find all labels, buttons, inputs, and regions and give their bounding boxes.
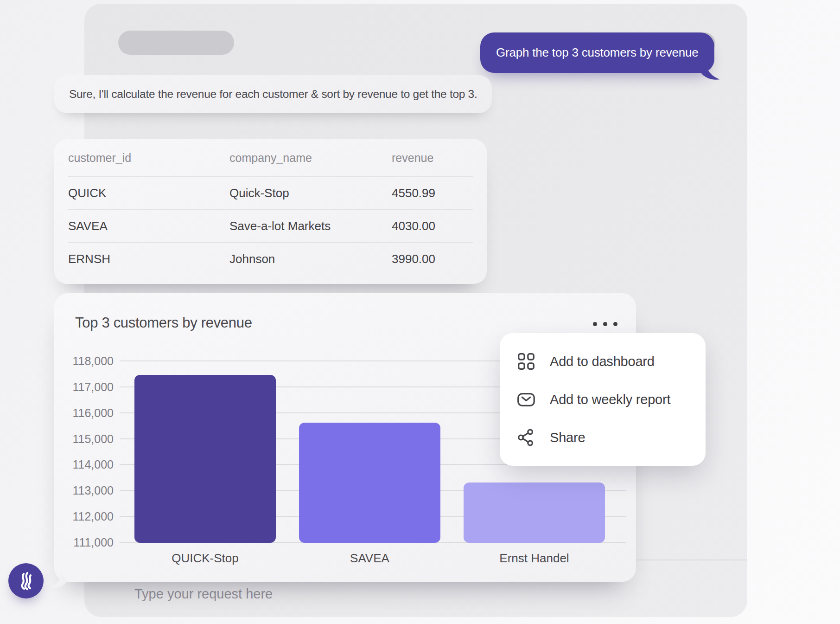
request-input[interactable]: [125, 577, 561, 611]
chart-bar-savea: [299, 423, 440, 543]
y-axis-tick-label: 117,000: [58, 380, 114, 393]
y-axis-tick-label: 112,000: [58, 510, 114, 523]
x-axis-tick-label: QUICK-Stop: [134, 551, 276, 566]
ellipsis-icon: [593, 322, 597, 326]
share-icon: [515, 427, 537, 448]
y-axis-tick-label: 113,000: [58, 484, 114, 497]
skeleton-placeholder: [118, 31, 234, 55]
menu-item-add-to-weekly-report[interactable]: Add to weekly report: [515, 382, 690, 417]
chart-context-menu: Add to dashboardAdd to weekly reportShar…: [500, 333, 706, 466]
menu-item-label: Share: [550, 430, 585, 445]
table-column-header: customer_id: [68, 151, 229, 165]
assistant-message-text: Sure, I'll calculate the revenue for eac…: [69, 88, 477, 101]
table-row: QUICKQuick-Stop4550.99: [68, 176, 473, 209]
table-row: ERNSHJohnson3990.00: [68, 242, 473, 275]
y-axis-tick-label: 118,000: [58, 354, 114, 368]
menu-item-add-to-dashboard[interactable]: Add to dashboard: [515, 344, 690, 379]
flame-icon: [15, 570, 37, 592]
y-axis-tick-label: 114,000: [58, 458, 114, 471]
table-cell: 3990.00: [392, 252, 473, 266]
x-axis-tick-label: Ernst Handel: [464, 551, 605, 566]
table-column-header: company_name: [229, 151, 392, 165]
app-logo: [8, 563, 44, 598]
table-row: SAVEASave-a-lot Markets4030.00: [68, 209, 473, 242]
menu-item-label: Add to dashboard: [550, 354, 655, 369]
chart-bar-ernst-handel: [464, 482, 605, 543]
result-table-card: customer_idcompany_namerevenue QUICKQuic…: [54, 139, 487, 284]
table-header-row: customer_idcompany_namerevenue: [68, 139, 473, 176]
table-cell: Johnson: [229, 252, 392, 266]
chart-title: Top 3 customers by revenue: [75, 315, 252, 331]
user-message-bubble: Graph the top 3 customers by revenue: [480, 32, 714, 73]
x-axis-tick-label: SAVEA: [299, 551, 440, 566]
menu-item-share[interactable]: Share: [515, 420, 690, 455]
y-axis-tick-label: 116,000: [58, 406, 114, 419]
table-cell: ERNSH: [68, 252, 229, 266]
table-cell: Save-a-lot Markets: [229, 219, 392, 233]
assistant-message-bubble: Sure, I'll calculate the revenue for eac…: [54, 75, 492, 113]
user-message-text: Graph the top 3 customers by revenue: [496, 45, 699, 60]
table-cell: Quick-Stop: [229, 186, 392, 200]
table-column-header: revenue: [392, 151, 473, 165]
mail-icon: [515, 389, 537, 410]
dashboard-icon: [515, 351, 537, 372]
y-axis-tick-label: 115,000: [58, 432, 114, 445]
bubble-tail: [700, 61, 721, 80]
ellipsis-icon: [613, 322, 617, 326]
table-cell: QUICK: [68, 186, 229, 200]
card-tail: [47, 570, 67, 589]
table-cell: 4550.99: [392, 186, 473, 200]
menu-item-label: Add to weekly report: [550, 392, 670, 407]
chart-bar-quick-stop: [134, 375, 276, 543]
y-axis-tick-label: 111,000: [58, 536, 114, 549]
table-cell: 4030.00: [392, 219, 473, 233]
ellipsis-icon: [603, 322, 607, 326]
table-cell: SAVEA: [68, 219, 229, 233]
chart-options-button[interactable]: [586, 314, 624, 334]
